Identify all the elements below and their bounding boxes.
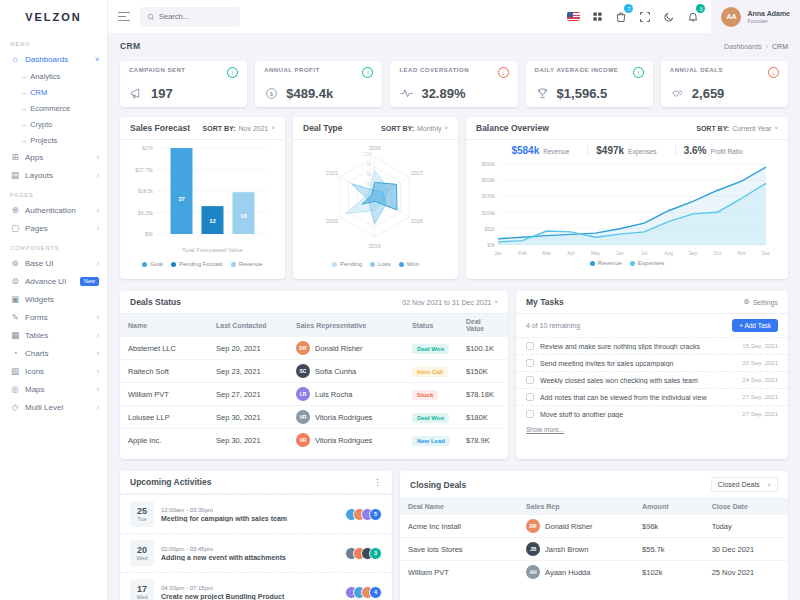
- sidebar-item-charts[interactable]: ◔ Charts ›: [0, 344, 107, 362]
- sidebar-item-layouts[interactable]: ▤ Layouts ›: [0, 166, 107, 184]
- stat-label: LEAD COVERSATION: [399, 67, 469, 73]
- web-apps-button[interactable]: [585, 0, 609, 33]
- svg-text:Feb: Feb: [518, 251, 527, 256]
- tasks-settings-button[interactable]: ⚙Settings: [743, 298, 778, 306]
- rep-avatar: JB: [526, 542, 540, 556]
- add-task-label: Add Task: [744, 322, 771, 329]
- rep-name: Sofia Cunha: [315, 367, 356, 376]
- sidebar-item-maps[interactable]: ◎ Maps ›: [0, 380, 107, 398]
- new-badge: New: [80, 277, 99, 286]
- activity-date-tile: 20Wed: [130, 540, 154, 566]
- breadcrumb-parent[interactable]: Dashboards: [724, 43, 762, 50]
- stat-value: $1,596.5: [557, 86, 608, 101]
- svg-text:2020: 2020: [326, 218, 338, 224]
- task-item: Add notes that can be viewed from the in…: [516, 388, 788, 405]
- sidebar-item-base-ui[interactable]: ⊚ Base UI ›: [0, 254, 107, 272]
- closing-deals-filter-select[interactable]: Closed Deals˅: [711, 477, 778, 492]
- sidebar-item-tables[interactable]: ▦ Tables ›: [0, 326, 107, 344]
- add-task-button[interactable]: + Add Task: [732, 319, 778, 332]
- closing-deal-name: Acme Inc Install: [400, 515, 518, 538]
- status-badge: Deal Won: [412, 413, 449, 423]
- task-checkbox[interactable]: [526, 410, 534, 418]
- language-flag-button[interactable]: [561, 0, 585, 33]
- svg-text:Jul: Jul: [641, 251, 647, 256]
- task-checkbox[interactable]: [526, 342, 534, 350]
- kebab-menu-icon[interactable]: ⋮: [373, 477, 382, 487]
- sort-by-value: Current Year: [732, 125, 771, 132]
- chevron-right-icon: ›: [97, 172, 99, 179]
- notification-count-badge: 3: [696, 4, 705, 13]
- table-row: William PVT AHAyaan Hudda $102k 25 Nov 2…: [400, 561, 788, 584]
- svg-text:$0k: $0k: [487, 243, 495, 248]
- stat-card-annual-profit: ANNUAL PROFIT ↑ $ $489.4k: [255, 61, 382, 107]
- topbar-actions: 7 3 AA Anna Adame Founder: [561, 0, 800, 33]
- notifications-button[interactable]: 3: [681, 0, 705, 33]
- svg-text:Nov: Nov: [737, 251, 746, 256]
- activity-attendees: 4: [345, 586, 382, 599]
- sidebar-item-crypto[interactable]: –Crypto: [0, 116, 107, 132]
- dark-mode-button[interactable]: [657, 0, 681, 33]
- svg-text:Apr: Apr: [567, 251, 575, 256]
- task-date: 27 Sep, 2021: [742, 411, 778, 417]
- balance-overview-sort-dropdown[interactable]: SORT BY:Current Year˅: [696, 125, 778, 132]
- task-date: 20 Sep, 2021: [742, 360, 778, 366]
- task-checkbox[interactable]: [526, 359, 534, 367]
- chevron-down-icon: ˅: [95, 56, 99, 63]
- filter-value: Closed Deals: [718, 481, 760, 488]
- rep-name: Donald Risher: [545, 522, 593, 531]
- sidebar-item-forms[interactable]: ✎ Forms ›: [0, 308, 107, 326]
- stat-value: $489.4k: [286, 86, 333, 101]
- table-row: Absternet LLC Sep 20, 2021 DRDonald Rish…: [120, 337, 508, 360]
- stat-value: 2,659: [692, 86, 725, 101]
- user-menu[interactable]: AA Anna Adame Founder: [711, 0, 800, 33]
- hamburger-menu-icon[interactable]: [118, 12, 130, 22]
- task-item: Weekly closed sales won checking with sa…: [516, 371, 788, 388]
- activity-time: 04:30pm - 07:15pm: [161, 585, 338, 591]
- rep-avatar: DR: [526, 519, 540, 533]
- task-checkbox[interactable]: [526, 376, 534, 384]
- sidebar-item-advance-ui[interactable]: ⊜ Advance UI New: [0, 272, 107, 290]
- svg-text:$104k: $104k: [482, 211, 496, 216]
- col-name: Name: [120, 314, 208, 337]
- us-flag-icon: [567, 12, 580, 21]
- status-badge: Stuck: [412, 390, 438, 400]
- sort-by-value: Monthly: [417, 125, 442, 132]
- my-tasks-card: My Tasks ⚙Settings 4 of 10 remaining + A…: [516, 291, 788, 459]
- rep-name: Donald Risher: [315, 344, 363, 353]
- sidebar-item-projects[interactable]: –Projects: [0, 132, 107, 148]
- task-checkbox[interactable]: [526, 393, 534, 401]
- sort-by-label: SORT BY:: [203, 125, 236, 132]
- sidebar-item-widgets[interactable]: ▣ Widgets: [0, 290, 107, 308]
- main-area: 7 3 AA Anna Adame Founder: [108, 0, 800, 600]
- sidebar-item-dashboards[interactable]: ⌂ Dashboards ˅: [0, 50, 107, 68]
- svg-text:$208k: $208k: [482, 178, 496, 183]
- deal-type-sort-dropdown[interactable]: SORT BY:Monthly˅: [381, 125, 448, 132]
- svg-text:Dec: Dec: [762, 251, 771, 256]
- rep-name: Luis Rocha: [315, 390, 353, 399]
- sidebar-item-analytics[interactable]: –Analytics: [0, 68, 107, 84]
- sidebar-item-apps[interactable]: ⊞ Apps ›: [0, 148, 107, 166]
- deals-status-card: Deals Status 02 Nov 2021 to 31 Dec 2021˅…: [120, 291, 508, 459]
- stat-label: CAMPAIGN SENT: [129, 67, 185, 73]
- cart-count-badge: 7: [624, 4, 633, 13]
- sales-forecast-sort-dropdown[interactable]: SORT BY:Nov 2021˅: [203, 125, 275, 132]
- task-text: Weekly closed sales won checking with sa…: [540, 377, 736, 384]
- table-row: Raitech Soft Sep 23, 2021 SCSofia Cunha …: [120, 360, 508, 383]
- sidebar-item-ecommerce[interactable]: –Ecommerce: [0, 100, 107, 116]
- sidebar-item-icons[interactable]: ▧ Icons ›: [0, 362, 107, 380]
- card-title: Balance Overview: [476, 123, 549, 133]
- svg-text:$0k: $0k: [145, 231, 154, 237]
- velzon-logo[interactable]: VELZON: [0, 0, 107, 33]
- search-input[interactable]: [159, 12, 229, 21]
- breadcrumb-separator: ›: [766, 43, 768, 50]
- fullscreen-button[interactable]: [633, 0, 657, 33]
- show-more-link[interactable]: Show more...: [516, 422, 574, 433]
- cart-button[interactable]: 7: [609, 0, 633, 33]
- trophy-icon: [535, 86, 550, 101]
- deals-date-range-dropdown[interactable]: 02 Nov 2021 to 31 Dec 2021˅: [402, 299, 498, 306]
- svg-text:2016: 2016: [368, 145, 380, 151]
- sidebar-item-multi-level[interactable]: ◇ Multi Level ›: [0, 398, 107, 416]
- sidebar-item-authentication[interactable]: ⊛ Authentication ›: [0, 201, 107, 219]
- sidebar-item-crm[interactable]: –CRM: [0, 84, 107, 100]
- sidebar-item-pages[interactable]: ▢ Pages ›: [0, 219, 107, 237]
